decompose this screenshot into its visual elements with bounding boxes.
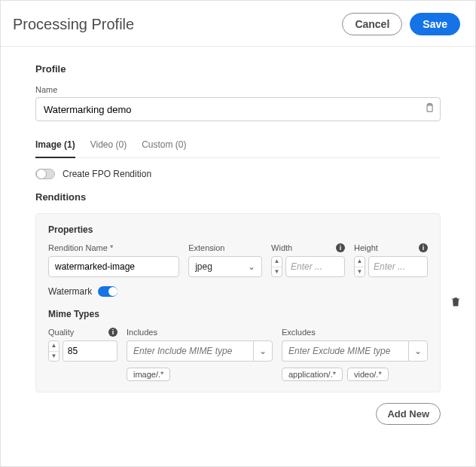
cancel-button[interactable]: Cancel (342, 13, 402, 35)
info-icon[interactable]: i (336, 243, 345, 252)
info-icon[interactable]: i (419, 243, 428, 252)
name-label: Name (35, 85, 441, 94)
chevron-down-icon: ⌄ (248, 261, 255, 272)
clipboard-icon[interactable] (424, 103, 435, 116)
tab-custom[interactable]: Custom (0) (142, 135, 186, 157)
height-spinner[interactable]: ▲▼ (354, 256, 365, 277)
width-input[interactable] (285, 256, 345, 277)
chevron-down-icon: ⌄ (414, 346, 422, 356)
profile-section-title: Profile (35, 63, 441, 75)
extension-label: Extension (188, 243, 224, 252)
renditions-section-title: Renditions (35, 191, 441, 203)
width-spinner[interactable]: ▲▼ (271, 256, 282, 277)
rendition-card: Properties Rendition Name * Extension jp… (35, 213, 441, 392)
quality-spinner[interactable]: ▲▼ (48, 340, 60, 362)
tab-image[interactable]: Image (1) (35, 135, 75, 157)
fpo-label: Create FPO Rendition (63, 169, 151, 179)
chevron-down-icon: ⌄ (259, 346, 267, 356)
quality-label: Quality (48, 328, 74, 337)
includes-input[interactable] (127, 340, 253, 362)
exclude-tag[interactable]: video/.* (347, 368, 389, 381)
mime-types-title: Mime Types (48, 309, 428, 319)
extension-value: jpeg (195, 261, 212, 272)
height-label: Height (354, 243, 378, 252)
watermark-toggle[interactable] (98, 286, 117, 297)
rendition-name-label: Rendition Name * (48, 243, 113, 252)
includes-label: Includes (127, 328, 157, 337)
width-label: Width (271, 243, 292, 252)
delete-rendition-button[interactable] (450, 296, 462, 310)
rendition-name-input[interactable] (48, 256, 179, 277)
exclude-tag[interactable]: application/.* (282, 368, 343, 381)
quality-input[interactable] (63, 340, 117, 362)
include-tag[interactable]: image/.* (127, 368, 170, 381)
tab-video[interactable]: Video (0) (90, 135, 127, 157)
save-button[interactable]: Save (410, 13, 460, 35)
rendition-tabs: Image (1) Video (0) Custom (0) (35, 135, 441, 158)
add-new-button[interactable]: Add New (376, 403, 441, 425)
info-icon[interactable]: i (108, 328, 117, 337)
excludes-input[interactable] (282, 340, 408, 362)
page-title: Processing Profile (13, 16, 342, 33)
excludes-label: Excludes (282, 328, 316, 337)
includes-dropdown-button[interactable]: ⌄ (253, 340, 273, 362)
excludes-dropdown-button[interactable]: ⌄ (408, 340, 428, 362)
watermark-label: Watermark (48, 286, 92, 297)
header-bar: Processing Profile Cancel Save (1, 1, 475, 47)
properties-title: Properties (48, 224, 428, 235)
profile-name-input[interactable] (35, 97, 441, 121)
extension-select[interactable]: jpeg ⌄ (188, 256, 262, 277)
height-input[interactable] (368, 256, 428, 277)
fpo-toggle[interactable] (35, 169, 55, 179)
